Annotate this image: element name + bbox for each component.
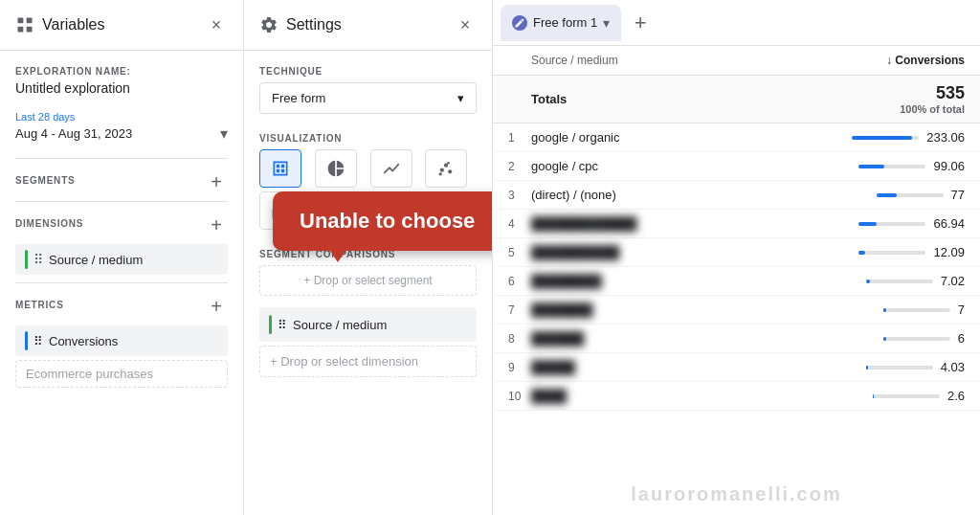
metric-chip-conversions[interactable]: ⠿ Conversions <box>15 325 228 356</box>
date-range-selector[interactable]: Aug 4 - Aug 31, 2023 ▾ <box>15 124 228 143</box>
table-row: 1 google / organic 233.06 <box>493 123 980 152</box>
settings-panel-header: Settings × <box>244 0 492 51</box>
row-value-cell: 77 <box>812 188 965 202</box>
technique-dropdown[interactable]: Free form ▾ <box>259 82 477 114</box>
row-source-label: (direct) / (none) <box>531 188 812 202</box>
svg-point-5 <box>444 164 448 168</box>
row-value: 2.6 <box>947 389 965 403</box>
settings-panel: Settings × TECHNIQUE Free form ▾ VISUALI… <box>244 0 493 515</box>
date-label: Last 28 days <box>15 111 228 123</box>
table-row: 3 (direct) / (none) 77 <box>493 181 980 210</box>
row-source-label-blurred: ████ <box>531 389 812 403</box>
tab-icon <box>512 15 527 31</box>
row-number: 8 <box>508 332 531 346</box>
row-value-cell: 66.94 <box>812 216 965 231</box>
variables-panel: Variables × EXPLORATION NAME: Untitled e… <box>0 0 244 515</box>
row-source-label: google / organic <box>531 130 812 145</box>
svg-point-4 <box>440 168 444 172</box>
totals-value-cell: 535 100% of total <box>812 83 965 115</box>
variables-icon <box>15 15 34 34</box>
add-metric-button[interactable]: + <box>205 295 228 318</box>
row-value-cell: 2.6 <box>812 389 965 403</box>
date-chevron-icon: ▾ <box>220 124 228 143</box>
technique-label: TECHNIQUE <box>259 66 477 77</box>
table-row: 8 ██████ 6 <box>493 325 980 353</box>
drag-handle-icon: ⠿ <box>33 334 43 348</box>
viz-scatter-button[interactable] <box>425 149 467 188</box>
row-source-label-blurred: ██████████ <box>531 245 812 259</box>
viz-table-button[interactable] <box>259 149 301 188</box>
settings-dim-color-bar <box>269 315 272 334</box>
svg-point-8 <box>448 162 451 165</box>
row-number: 9 <box>508 361 531 374</box>
row-source-label-blurred: ████████ <box>531 274 812 288</box>
technique-value: Free form <box>272 91 325 105</box>
drag-handle-icon: ⠿ <box>33 252 43 267</box>
table-row: 10 ████ 2.6 <box>493 382 980 411</box>
variables-panel-header: Variables × <box>0 0 243 51</box>
row-number: 2 <box>508 160 531 173</box>
row-value: 233.06 <box>926 130 965 145</box>
source-medium-column-header: Source / medium <box>508 54 812 67</box>
svg-rect-2 <box>27 18 33 24</box>
table-row: 5 ██████████ 12.09 <box>493 238 980 267</box>
divider-2 <box>15 201 228 202</box>
totals-row: Totals 535 100% of total <box>493 76 980 123</box>
date-range-text: Aug 4 - Aug 31, 2023 <box>15 126 132 141</box>
settings-dimension-chip[interactable]: ⠿ Source / medium <box>259 307 477 342</box>
line-icon <box>382 159 401 178</box>
add-tab-button[interactable]: + <box>625 8 656 38</box>
settings-close-button[interactable]: × <box>454 13 477 36</box>
tab-free-form-1[interactable]: Free form 1 ▾ <box>501 5 621 41</box>
row-value-cell: 7.02 <box>812 274 965 288</box>
viz-grid <box>259 149 477 188</box>
svg-rect-0 <box>18 18 24 24</box>
date-range-section: Last 28 days Aug 4 - Aug 31, 2023 ▾ <box>15 111 228 143</box>
viz-line-button[interactable] <box>370 149 412 188</box>
row-value: 77 <box>951 188 965 202</box>
unable-to-choose-tooltip: Unable to choose <box>273 191 493 251</box>
row-number: 4 <box>508 217 531 231</box>
row-value-cell: 4.03 <box>812 360 965 374</box>
table-icon <box>271 159 290 178</box>
metric-placeholder-chip[interactable]: Ecommerce purchases <box>15 360 228 388</box>
viz-pie-button[interactable] <box>315 149 357 188</box>
variables-title: Variables <box>15 15 105 34</box>
row-value: 7.02 <box>941 274 965 288</box>
dimension-chip-source-medium[interactable]: ⠿ Source / medium <box>15 244 228 275</box>
svg-rect-1 <box>18 27 24 33</box>
exploration-name-value[interactable]: Untitled exploration <box>15 80 228 96</box>
row-source-label: google / cpc <box>531 159 812 173</box>
add-dimension-drop-zone[interactable]: + Drop or select dimension <box>259 346 477 377</box>
row-value: 12.09 <box>933 245 965 259</box>
settings-dimensions-section: ⠿ Source / medium + Drop or select dimen… <box>259 307 477 377</box>
main-content-wrapper: Source / medium ↓ Conversions Totals 535… <box>493 46 980 515</box>
svg-rect-3 <box>27 27 33 33</box>
settings-content: TECHNIQUE Free form ▾ VISUALIZATION <box>244 51 492 515</box>
svg-point-7 <box>439 172 442 175</box>
divider-1 <box>15 158 228 159</box>
row-value: 99.06 <box>933 159 965 173</box>
drag-handle-icon: ⠿ <box>278 318 287 332</box>
dimensions-label: DIMENSIONS <box>15 218 83 229</box>
add-segment-button[interactable]: + <box>205 170 228 193</box>
totals-value: 535 <box>812 83 965 103</box>
variables-title-text: Variables <box>42 16 105 34</box>
row-number: 10 <box>508 390 531 403</box>
row-value-cell: 99.06 <box>812 159 965 173</box>
add-dimension-button[interactable]: + <box>205 213 228 236</box>
row-value: 4.03 <box>941 360 965 374</box>
table-header: Source / medium ↓ Conversions <box>493 46 980 76</box>
metric-color-bar <box>25 331 28 350</box>
row-value-cell: 7 <box>812 302 965 317</box>
tabs-bar: Free form 1 ▾ + <box>493 0 980 46</box>
variables-close-button[interactable]: × <box>205 13 228 36</box>
tab-chevron-icon: ▾ <box>603 15 610 31</box>
row-number: 7 <box>508 303 531 317</box>
pencil-icon <box>514 17 525 29</box>
tab-label: Free form 1 <box>533 15 597 30</box>
row-source-label-blurred: ██████ <box>531 331 812 346</box>
segment-drop-zone[interactable]: + Drop or select segment <box>259 265 477 296</box>
row-value: 7 <box>958 302 965 317</box>
tooltip-text: Unable to choose <box>300 209 475 233</box>
